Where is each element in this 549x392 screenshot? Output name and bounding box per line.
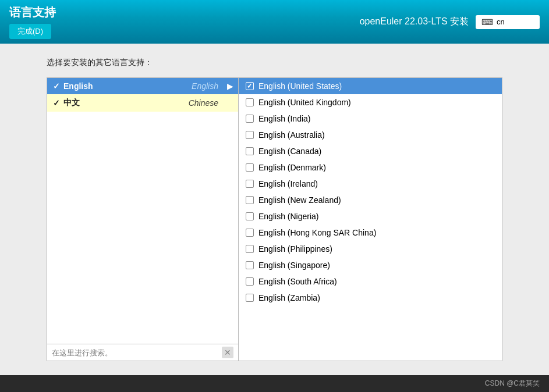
checkbox-icon [246, 245, 254, 253]
right-lang-item-en-uk[interactable]: English (United Kingdom) [239, 94, 502, 111]
keyboard-icon: ⌨ [481, 17, 493, 27]
right-lang-item-en-sg[interactable]: English (Singapore) [239, 257, 502, 273]
header: 语言支持 完成(D) openEuler 22.03-LTS 安装 ⌨ cn [0, 0, 549, 44]
watermark: CSDN @C君莫笑 [485, 379, 540, 387]
right-lang-item-en-in[interactable]: English (India) [239, 111, 502, 127]
checkbox-icon [246, 163, 254, 172]
right-lang-label: English (Hong Kong SAR China) [258, 228, 376, 237]
main-content: 选择要安装的其它语言支持： ✓EnglishEnglish▶✓中文Chinese… [0, 44, 549, 375]
lang-item-chinese[interactable]: ✓中文Chinese [47, 94, 238, 112]
lang-name: 中文 [63, 98, 189, 108]
header-title: 语言支持 [9, 5, 56, 20]
right-lang-label: English (Denmark) [258, 163, 326, 172]
header-right: openEuler 22.03-LTS 安装 ⌨ cn [360, 15, 540, 29]
footer: CSDN @C君莫笑 [0, 375, 549, 392]
right-lang-label: English (Singapore) [258, 261, 330, 270]
checkbox-icon [246, 261, 254, 269]
right-lang-item-en-ie[interactable]: English (Ireland) [239, 176, 502, 192]
search-clear-icon[interactable]: ✕ [222, 347, 233, 358]
right-lang-label: English (Canada) [258, 147, 321, 156]
lang-native-name: English [192, 81, 218, 91]
right-lang-item-en-us[interactable]: ✓English (United States) [239, 78, 502, 94]
done-button[interactable]: 完成(D) [9, 24, 51, 39]
right-lang-label: English (Ireland) [258, 179, 318, 188]
right-lang-item-en-ng[interactable]: English (Nigeria) [239, 208, 502, 224]
right-lang-label: English (Australia) [258, 130, 325, 140]
checkbox-icon [246, 147, 254, 155]
right-lang-label: English (India) [258, 114, 311, 123]
right-panel[interactable]: ✓English (United States)English (United … [239, 77, 502, 361]
checkbox-icon [246, 131, 254, 139]
checkbox-icon [246, 277, 254, 286]
checkbox-icon [246, 229, 254, 237]
checkbox-icon [246, 98, 254, 106]
lang-native-name: Chinese [189, 98, 218, 108]
input-value: cn [497, 17, 505, 26]
checkbox-icon [246, 294, 254, 302]
check-icon: ✓ [53, 81, 60, 91]
app-title: openEuler 22.03-LTS 安装 [360, 16, 469, 28]
right-lang-item-en-dk[interactable]: English (Denmark) [239, 159, 502, 176]
right-lang-label: English (United Kingdom) [258, 98, 351, 107]
lang-name: English [63, 81, 192, 91]
right-lang-label: English (Zambia) [258, 293, 320, 302]
right-lang-label: English (Nigeria) [258, 212, 318, 221]
right-lang-item-en-hk[interactable]: English (Hong Kong SAR China) [239, 224, 502, 241]
right-lang-item-en-nz[interactable]: English (New Zealand) [239, 192, 502, 208]
right-lang-item-en-au[interactable]: English (Australia) [239, 127, 502, 143]
check-icon: ✓ [53, 98, 60, 108]
right-lang-label: English (Philippines) [258, 244, 332, 254]
checkbox-icon [246, 196, 254, 204]
search-input[interactable] [52, 348, 222, 357]
left-panel: ✓EnglishEnglish▶✓中文Chinese ✕ [47, 77, 239, 361]
panels-row: ✓EnglishEnglish▶✓中文Chinese ✕ ✓English (U… [47, 77, 502, 361]
search-bar: ✕ [47, 344, 239, 361]
right-lang-item-en-za[interactable]: English (South Africa) [239, 273, 502, 290]
checkbox-icon [246, 180, 254, 188]
checkbox-icon: ✓ [246, 82, 254, 90]
checkbox-icon [246, 212, 254, 220]
checkbox-icon [246, 115, 254, 123]
header-left: 语言支持 完成(D) [9, 5, 56, 39]
lang-item-english[interactable]: ✓EnglishEnglish▶ [47, 78, 238, 94]
keyboard-input-box[interactable]: ⌨ cn [476, 15, 540, 29]
right-lang-label: English (United States) [258, 81, 342, 91]
right-lang-label: English (South Africa) [258, 277, 337, 286]
right-lang-item-en-ca[interactable]: English (Canada) [239, 143, 502, 159]
right-lang-label: English (New Zealand) [258, 195, 341, 205]
right-lang-item-en-ph[interactable]: English (Philippines) [239, 241, 502, 257]
right-lang-item-en-zm[interactable]: English (Zambia) [239, 290, 502, 306]
language-list[interactable]: ✓EnglishEnglish▶✓中文Chinese [47, 77, 239, 344]
arrow-icon: ▶ [227, 81, 233, 91]
section-label: 选择要安装的其它语言支持： [47, 58, 502, 68]
